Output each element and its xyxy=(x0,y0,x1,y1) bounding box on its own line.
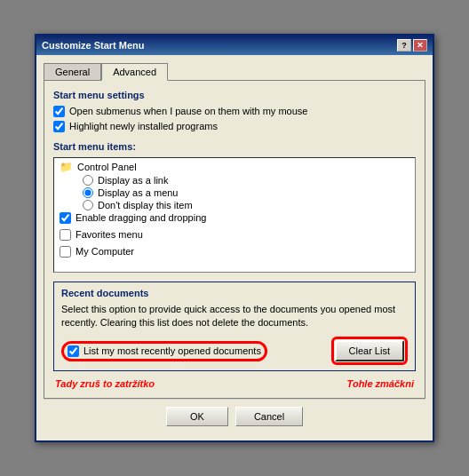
start-menu-settings-section: Start menu settings Open submenus when I… xyxy=(53,90,416,132)
checkbox-open-submenus-label: Open submenus when I pause on them with … xyxy=(69,106,307,116)
cancel-button[interactable]: Cancel xyxy=(235,407,303,426)
annotations: Tady zruš to zatržítko Tohle zmáčkni xyxy=(53,378,416,389)
close-button[interactable]: ✕ xyxy=(413,39,427,52)
radio-display-as-link: Display as a link xyxy=(56,174,413,186)
checkbox-highlight: Highlight newly installed programs xyxy=(53,121,416,132)
checkbox-highlight-label: Highlight newly installed programs xyxy=(69,121,218,131)
folder-icon: 📁 xyxy=(60,161,73,173)
checkbox-enable-dragging: Enable dragging and dropping xyxy=(56,211,413,225)
checkbox-my-computer-input[interactable] xyxy=(60,246,71,258)
start-menu-items-title: Start menu items: xyxy=(53,141,416,152)
checkbox-favorites-label: Favorites menu xyxy=(76,229,143,240)
tab-advanced[interactable]: Advanced xyxy=(101,63,168,81)
checkbox-favorites-input[interactable] xyxy=(60,229,71,241)
checkbox-favorites: Favorites menu xyxy=(56,228,413,242)
list-item-control-panel: 📁 Control Panel xyxy=(56,160,413,174)
start-menu-items-list[interactable]: 📁 Control Panel Display as a link Displa… xyxy=(53,157,416,273)
clear-list-button[interactable]: Clear List xyxy=(335,340,404,361)
annotation-right: Tohle zmáčkni xyxy=(347,378,414,389)
radio-dont-display-label: Don't display this item xyxy=(98,200,193,210)
checkbox-recent-docs-label: List my most recently opened documents xyxy=(83,345,261,356)
dialog-content: General Advanced Start menu settings Ope… xyxy=(36,55,433,441)
dialog-footer: OK Cancel xyxy=(44,399,425,433)
start-menu-items-section: Start menu items: 📁 Control Panel Displa… xyxy=(53,141,416,273)
annotation-left: Tady zruš to zatržítko xyxy=(55,378,155,389)
help-button[interactable]: ? xyxy=(397,39,411,52)
radio-dont-display-input[interactable] xyxy=(83,200,93,210)
recent-documents-description: Select this option to provide quick acce… xyxy=(61,303,408,330)
radio-display-menu-label: Display as a menu xyxy=(98,187,179,198)
checkbox-highlight-input[interactable] xyxy=(53,121,65,132)
ok-button[interactable]: OK xyxy=(166,407,228,426)
recent-documents-section: Recent documents Select this option to p… xyxy=(53,282,416,372)
tab-bar: General Advanced xyxy=(44,62,425,80)
checkbox-open-submenus: Open submenus when I pause on them with … xyxy=(53,106,416,117)
dialog-window: Customize Start Menu ? ✕ General Advance… xyxy=(35,34,434,443)
recent-documents-bottom: List my most recently opened documents C… xyxy=(61,337,408,365)
title-bar: Customize Start Menu ? ✕ xyxy=(36,36,433,55)
tab-general[interactable]: General xyxy=(44,63,101,81)
start-menu-settings-title: Start menu settings xyxy=(53,90,416,100)
checkbox-my-computer-label: My Computer xyxy=(76,246,134,257)
radio-display-link-input[interactable] xyxy=(83,175,93,186)
radio-dont-display: Don't display this item xyxy=(56,199,413,211)
checkbox-recent-docs: List my most recently opened documents xyxy=(68,345,261,357)
dialog-title: Customize Start Menu xyxy=(42,40,145,51)
clear-list-btn-wrapper: Clear List xyxy=(331,337,408,365)
radio-display-menu-input[interactable] xyxy=(83,187,93,198)
checkbox-enable-dragging-label: Enable dragging and dropping xyxy=(76,212,206,223)
radio-display-link-label: Display as a link xyxy=(98,175,168,186)
checkbox-my-computer: My Computer xyxy=(56,245,413,258)
recent-documents-title: Recent documents xyxy=(61,288,408,298)
tab-content: Start menu settings Open submenus when I… xyxy=(44,80,425,400)
checkbox-open-submenus-input[interactable] xyxy=(53,106,65,117)
title-bar-buttons: ? ✕ xyxy=(397,39,427,52)
checkbox-recent-docs-input[interactable] xyxy=(68,345,79,357)
radio-display-as-menu: Display as a menu xyxy=(56,186,413,199)
control-panel-label: Control Panel xyxy=(77,162,137,172)
checkbox-enable-dragging-input[interactable] xyxy=(60,212,71,224)
checkbox-recent-docs-wrapper: List my most recently opened documents xyxy=(61,341,267,361)
